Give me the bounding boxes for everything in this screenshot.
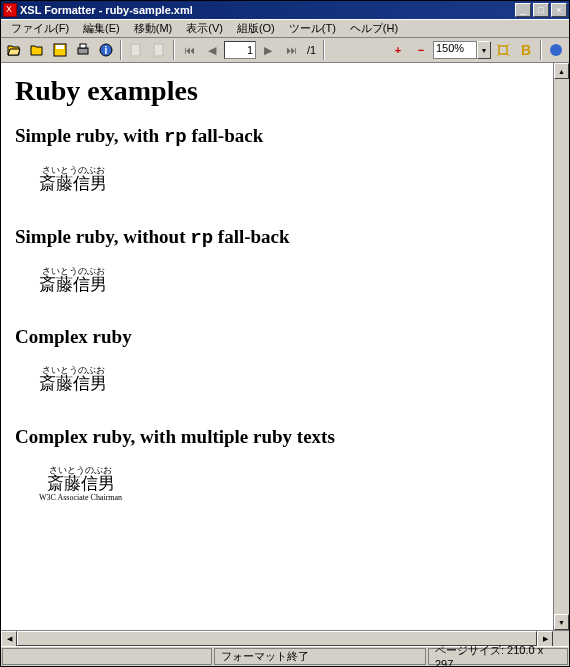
ruby-base: 斎藤信男 <box>39 276 107 295</box>
info-button[interactable]: i <box>95 39 117 61</box>
status-center: フォーマット終了 <box>214 648 426 665</box>
first-icon: ⏮ <box>184 44 195 56</box>
vertical-scrollbar[interactable]: ▲ ▼ <box>553 63 569 630</box>
menu-move[interactable]: 移動(M) <box>128 20 179 37</box>
ruby-example-1: さいとうのぶお 斎藤信男 <box>39 166 107 194</box>
ruby-example-2: さいとうのぶお 斎藤信男 <box>39 267 107 295</box>
scroll-up-button[interactable]: ▲ <box>554 63 569 79</box>
ruby-base: 斎藤信男 <box>39 475 122 494</box>
zoom-in-button[interactable]: + <box>387 39 409 61</box>
menu-view[interactable]: 表示(V) <box>180 20 229 37</box>
next-icon: ▶ <box>264 44 272 57</box>
ruby-text-bottom: W3C Associate Chairman <box>39 494 122 502</box>
svg-point-9 <box>550 44 562 56</box>
svg-rect-3 <box>80 44 86 48</box>
scroll-thumb[interactable] <box>554 79 569 614</box>
bold-button[interactable]: B <box>515 39 537 61</box>
scroll-down-button[interactable]: ▼ <box>554 614 569 630</box>
bold-icon: B <box>521 42 531 58</box>
status-bar: フォーマット終了 ページサイズ: 210.0 x 297 <box>1 646 569 666</box>
heading-simple-norp: Simple ruby, without rp fall-back <box>15 226 539 249</box>
close-button[interactable]: × <box>551 3 567 17</box>
menu-bar: ファイル(F) 編集(E) 移動(M) 表示(V) 組版(O) ツール(T) ヘ… <box>1 19 569 37</box>
svg-rect-6 <box>131 44 140 56</box>
zoom-dropdown-button[interactable]: ▼ <box>477 41 491 59</box>
fit-button[interactable] <box>492 39 514 61</box>
zoom-select[interactable]: 150% <box>433 41 477 59</box>
scroll-left-button[interactable]: ◀ <box>1 631 17 647</box>
ruby-example-4: さいとうのぶお 斎藤信男 W3C Associate Chairman <box>39 466 122 502</box>
zoom-out-button[interactable]: − <box>410 39 432 61</box>
title-bar: XSL Formatter - ruby-sample.xml _ □ × <box>1 1 569 19</box>
page-total-label: /1 <box>303 44 320 56</box>
svg-rect-2 <box>78 48 88 54</box>
heading-complex: Complex ruby <box>15 326 539 348</box>
heading-simple-rp: Simple ruby, with rp fall-back <box>15 125 539 148</box>
svg-rect-1 <box>56 45 64 49</box>
minus-icon: − <box>418 44 424 56</box>
ruby-base: 斎藤信男 <box>39 375 107 394</box>
status-left <box>2 648 212 665</box>
content-area: Ruby examples Simple ruby, with rp fall-… <box>1 63 569 630</box>
window-title: XSL Formatter - ruby-sample.xml <box>20 4 515 16</box>
svg-rect-7 <box>154 44 163 56</box>
doc1-button[interactable] <box>125 39 147 61</box>
open-button[interactable] <box>3 39 25 61</box>
toolbar: i ⏮ ◀ ▶ ⏭ /1 + − 150% ▼ B <box>1 37 569 63</box>
menu-format[interactable]: 組版(O) <box>231 20 281 37</box>
globe-button[interactable] <box>545 39 567 61</box>
heading-complex-multi: Complex ruby, with multiple ruby texts <box>15 426 539 448</box>
status-right: ページサイズ: 210.0 x 297 <box>428 648 568 665</box>
menu-tool[interactable]: ツール(T) <box>283 20 342 37</box>
svg-rect-8 <box>499 46 507 54</box>
app-icon <box>3 3 17 17</box>
toolbar-separator <box>173 40 175 60</box>
page-number-input[interactable] <box>224 41 256 59</box>
open2-button[interactable] <box>26 39 48 61</box>
document-page: Ruby examples Simple ruby, with rp fall-… <box>1 63 553 630</box>
toolbar-separator <box>120 40 122 60</box>
save-button[interactable] <box>49 39 71 61</box>
toolbar-separator <box>323 40 325 60</box>
prev-page-button[interactable]: ◀ <box>201 39 223 61</box>
svg-text:i: i <box>105 45 108 56</box>
maximize-button[interactable]: □ <box>533 3 549 17</box>
last-page-button[interactable]: ⏭ <box>280 39 302 61</box>
first-page-button[interactable]: ⏮ <box>178 39 200 61</box>
minimize-button[interactable]: _ <box>515 3 531 17</box>
menu-help[interactable]: ヘルプ(H) <box>344 20 404 37</box>
next-page-button[interactable]: ▶ <box>257 39 279 61</box>
page-title: Ruby examples <box>15 75 539 107</box>
menu-edit[interactable]: 編集(E) <box>77 20 126 37</box>
prev-icon: ◀ <box>208 44 216 57</box>
toolbar-separator <box>540 40 542 60</box>
last-icon: ⏭ <box>286 44 297 56</box>
plus-icon: + <box>395 44 401 56</box>
print-button[interactable] <box>72 39 94 61</box>
doc2-button[interactable] <box>148 39 170 61</box>
menu-file[interactable]: ファイル(F) <box>5 20 75 37</box>
ruby-example-3: さいとうのぶお 斎藤信男 <box>39 366 107 394</box>
ruby-base: 斎藤信男 <box>39 175 107 194</box>
